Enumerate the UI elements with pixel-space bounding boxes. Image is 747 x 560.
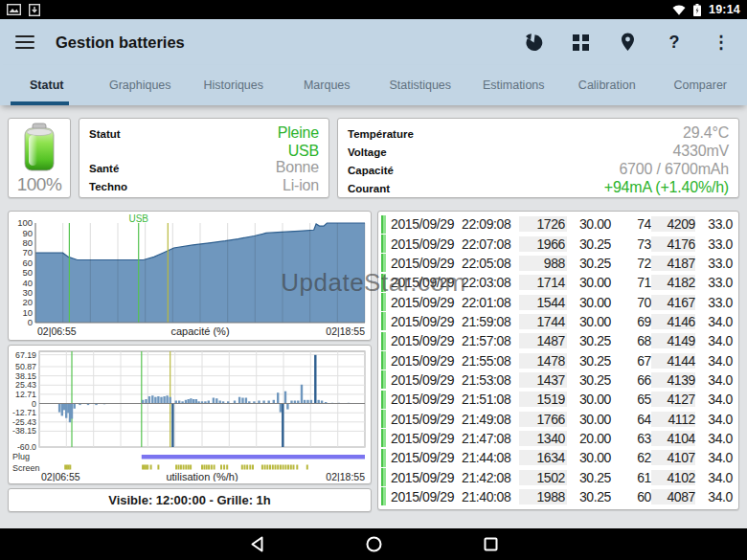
table-row[interactable]: 2015/09/2921:49:08176630.0064411234.0 xyxy=(381,409,735,428)
chart-range-label: Visible: 12:00:00 - Grille: 1h xyxy=(108,493,271,507)
svg-text:0: 0 xyxy=(28,317,33,327)
row-charge-indicator xyxy=(381,487,386,505)
svg-text:02|06:55: 02|06:55 xyxy=(37,325,77,337)
row-charge-indicator xyxy=(381,391,386,409)
status-row: USB xyxy=(89,143,319,159)
row-charge-indicator xyxy=(381,468,386,486)
battery-level-card: 100% xyxy=(8,118,71,198)
svg-text:-12.71: -12.71 xyxy=(12,408,36,417)
battery-status-card: StatutPleineUSBSantéBonneTechnoLi-ion xyxy=(79,118,329,198)
android-nav-bar xyxy=(0,528,747,560)
table-row[interactable]: 2015/09/2921:40:08198830.2560408734.0 xyxy=(381,487,735,506)
svg-text:utilisation (%/h): utilisation (%/h) xyxy=(166,471,238,482)
row-charge-indicator xyxy=(381,312,386,330)
row-charge-indicator xyxy=(381,215,386,234)
menu-icon[interactable] xyxy=(15,35,34,49)
row-charge-indicator xyxy=(381,370,386,389)
table-row[interactable]: 2015/09/2921:47:08134020.0063410434.0 xyxy=(381,429,735,448)
status-row: TechnoLi-ion xyxy=(89,177,319,195)
svg-text:70: 70 xyxy=(22,247,33,258)
pie-chart-icon[interactable] xyxy=(523,32,544,53)
svg-text:12.71: 12.71 xyxy=(15,390,36,399)
app-bar-actions: ? ⋮ xyxy=(523,32,732,53)
table-row[interactable]: 2015/09/2921:57:08148730.2568414934.0 xyxy=(381,331,735,350)
battery-charging-icon xyxy=(693,4,701,16)
tab-marques[interactable]: Marques xyxy=(281,65,374,105)
table-row[interactable]: 2015/09/2921:55:08147830.2567414434.0 xyxy=(381,350,735,370)
help-icon[interactable]: ? xyxy=(664,32,685,53)
usage-chart[interactable]: 67.1950.8738.1525.4312.710-12.71-25.43-3… xyxy=(8,345,372,484)
svg-text:40: 40 xyxy=(22,278,33,288)
status-row: SantéBonne xyxy=(89,159,319,177)
telemetry-row: Capacité6700 / 6700mAh xyxy=(348,161,729,179)
capacity-chart[interactable]: 1009080706050403020100USB02|06:55capacit… xyxy=(8,211,372,341)
tab-statistiques[interactable]: Statistiques xyxy=(374,65,467,105)
app-bar: Gestion batteries ? xyxy=(0,19,747,65)
svg-text:10: 10 xyxy=(22,307,33,318)
tab-comparer[interactable]: Comparer xyxy=(654,65,747,105)
svg-text:60: 60 xyxy=(22,258,33,268)
clock: 19:14 xyxy=(709,3,740,16)
chart-range-bar: Visible: 12:00:00 - Grille: 1h xyxy=(8,488,372,512)
tab-graphiques[interactable]: Graphiques xyxy=(94,65,188,105)
svg-text:Screen: Screen xyxy=(12,463,40,473)
svg-text:38.15: 38.15 xyxy=(15,371,36,381)
screen: 19:14 Gestion batteries xyxy=(0,0,747,560)
row-charge-indicator xyxy=(381,235,386,253)
tab-bar: StatutGraphiquesHistoriquesMarquesStatis… xyxy=(0,65,747,105)
table-row[interactable]: 2015/09/2921:59:08174430.0069414634.0 xyxy=(381,312,735,331)
svg-text:-38.15: -38.15 xyxy=(12,426,36,436)
svg-text:02|06:55: 02|06:55 xyxy=(41,471,80,482)
row-charge-indicator xyxy=(381,293,386,311)
recents-icon[interactable] xyxy=(484,537,498,551)
home-icon[interactable] xyxy=(366,536,382,552)
row-charge-indicator xyxy=(381,449,386,467)
svg-text:USB: USB xyxy=(128,213,148,224)
table-row[interactable]: 2015/09/2921:44:08163430.0062410734.0 xyxy=(381,448,735,467)
tab-calibration[interactable]: Calibration xyxy=(560,65,654,105)
svg-text:0: 0 xyxy=(32,399,36,409)
tab-estimations[interactable]: Estimations xyxy=(467,65,561,105)
telemetry-row: Voltage4330mV xyxy=(348,143,729,161)
table-row[interactable]: 2015/09/2921:42:08150230.2561410234.0 xyxy=(381,467,735,486)
table-row[interactable]: 2015/09/2922:05:0898830.2572418733.0 xyxy=(381,254,735,273)
back-icon[interactable] xyxy=(250,536,264,552)
svg-text:50.87: 50.87 xyxy=(15,362,36,371)
row-charge-indicator xyxy=(381,351,386,370)
battery-icon xyxy=(21,123,57,172)
row-charge-indicator xyxy=(381,410,386,428)
row-charge-indicator xyxy=(381,274,386,292)
table-row[interactable]: 2015/09/2922:03:08171430.0071418233.0 xyxy=(381,273,735,292)
page-title: Gestion batteries xyxy=(56,34,185,52)
table-row[interactable]: 2015/09/2921:51:08151930.0065412734.0 xyxy=(381,390,735,409)
svg-text:02|18:55: 02|18:55 xyxy=(326,325,365,337)
table-row[interactable]: 2015/09/2921:53:08143730.2566413934.0 xyxy=(381,370,735,390)
download-icon xyxy=(29,4,40,16)
row-charge-indicator xyxy=(381,429,386,447)
battery-percent: 100% xyxy=(17,175,62,195)
tab-historiques[interactable]: Historiques xyxy=(187,65,281,105)
svg-text:80: 80 xyxy=(22,237,33,248)
grid-icon[interactable] xyxy=(570,32,591,53)
charts-column: 1009080706050403020100USB02|06:55capacit… xyxy=(8,211,372,512)
row-charge-indicator xyxy=(381,332,386,350)
history-table[interactable]: 2015/09/2922:09:08172630.0074420933.0201… xyxy=(377,211,739,510)
svg-text:20: 20 xyxy=(22,297,33,307)
svg-text:Plug: Plug xyxy=(12,452,30,461)
table-row[interactable]: 2015/09/2922:07:08196630.2573417633.0 xyxy=(381,234,735,253)
svg-text:90: 90 xyxy=(22,228,33,238)
status-row: StatutPleine xyxy=(89,124,319,143)
screenshot-icon xyxy=(7,4,21,15)
content: 100% StatutPleineUSBSantéBonneTechnoLi-i… xyxy=(0,105,747,528)
location-icon[interactable] xyxy=(617,32,638,53)
table-row[interactable]: 2015/09/2922:01:08154430.0070416733.0 xyxy=(381,292,735,311)
table-row[interactable]: 2015/09/2922:09:08172630.0074420933.0 xyxy=(381,214,735,234)
svg-text:25.43: 25.43 xyxy=(15,380,36,390)
svg-text:67.19: 67.19 xyxy=(15,350,36,360)
svg-text:-60.0: -60.0 xyxy=(17,442,36,452)
telemetry-row: Température29.4°C xyxy=(348,124,729,143)
tab-statut[interactable]: Statut xyxy=(0,65,94,105)
overflow-icon[interactable]: ⋮ xyxy=(711,32,732,53)
telemetry-row: Courant+94mA (+1.40%/h) xyxy=(348,179,729,197)
svg-text:-25.43: -25.43 xyxy=(12,417,36,427)
